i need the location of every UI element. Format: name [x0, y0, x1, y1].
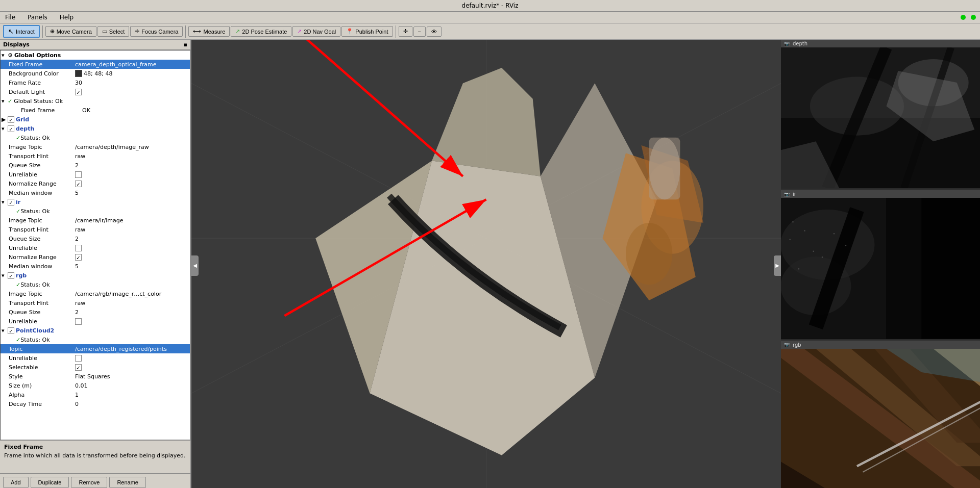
- ir-median-row[interactable]: Median window 5: [1, 262, 190, 271]
- ir-arrow[interactable]: ▾: [2, 199, 8, 206]
- viewport[interactable]: ◀: [191, 40, 781, 488]
- fixed-frame-row[interactable]: Fixed Frame camera_depth_optical_frame: [1, 60, 190, 69]
- interact-icon: ↖: [8, 28, 14, 35]
- rgb-cam-label: rgb: [793, 342, 801, 348]
- viewport-toggle[interactable]: ◀: [191, 255, 199, 276]
- bg-color-row[interactable]: Background Color 48; 48; 48: [1, 69, 190, 78]
- rename-button[interactable]: Rename: [109, 477, 146, 488]
- interact-button[interactable]: ↖ Interact: [3, 25, 40, 38]
- pose-estimate-label: 2D Pose Estimate: [242, 29, 287, 35]
- default-light-row[interactable]: Default Light: [1, 87, 190, 96]
- frame-rate-row[interactable]: Frame Rate 30: [1, 78, 190, 87]
- ir-row[interactable]: ▾ ir: [1, 197, 190, 207]
- move-camera-button[interactable]: ⊕ Move Camera: [45, 26, 96, 37]
- displays-collapse-icon[interactable]: ▪: [184, 41, 187, 48]
- ir-camera-image[interactable]: [781, 198, 980, 339]
- ir-queue-size-row[interactable]: Queue Size 2: [1, 234, 190, 243]
- select-label: Select: [109, 29, 125, 35]
- annotation-text: Frame into which all data is transformed…: [4, 452, 186, 459]
- ir-unreliable-row[interactable]: Unreliable: [1, 243, 190, 252]
- pc2-status-row: ✓ Status: Ok: [1, 335, 190, 344]
- pc2-style-row[interactable]: Style Flat Squares: [1, 372, 190, 381]
- rgb-camera-image[interactable]: [781, 349, 980, 488]
- rgb-queue-size-row[interactable]: Queue Size 2: [1, 307, 190, 317]
- ir-check[interactable]: [8, 199, 14, 206]
- rgb-unreliable-check[interactable]: [75, 318, 82, 325]
- pc2-topic-row[interactable]: Topic /camera/depth_registered/points: [1, 344, 190, 353]
- publish-point-label: Publish Point: [355, 29, 388, 35]
- remove-button[interactable]: Remove: [71, 477, 107, 488]
- depth-camera-image[interactable]: [781, 47, 980, 188]
- ir-normalize-row[interactable]: Normalize Range: [1, 252, 190, 262]
- ir-label: ir: [16, 199, 20, 206]
- rgb-camera-view: 📷 rgb: [781, 341, 980, 488]
- pointcloud2-check[interactable]: [8, 327, 14, 334]
- ir-cam-label: ir: [793, 191, 796, 197]
- publish-point-button[interactable]: 📍 Publish Point: [341, 26, 393, 37]
- pointcloud2-row[interactable]: ▾ PointCloud2: [1, 326, 190, 335]
- pc2-selectable-check[interactable]: [75, 364, 82, 371]
- ir-normalize-check[interactable]: [75, 254, 82, 261]
- grid-row[interactable]: ▶ Grid: [1, 115, 190, 124]
- focus-camera-button[interactable]: ✛ Focus Camera: [130, 26, 183, 37]
- displays-scroll[interactable]: ▾ ⚙ Global Options Fixed Frame camera_de…: [0, 50, 190, 440]
- menu-panels[interactable]: Panels: [24, 13, 51, 22]
- add-button[interactable]: Add: [3, 477, 29, 488]
- rgb-image-topic-row[interactable]: Image Topic /camera/rgb/image_r…ct_color: [1, 289, 190, 298]
- depth-check[interactable]: [8, 125, 14, 132]
- depth-unreliable-row[interactable]: Unreliable: [1, 170, 190, 179]
- pc2-unreliable-check[interactable]: [75, 355, 82, 362]
- move2-button[interactable]: ✛: [399, 26, 412, 37]
- depth-row[interactable]: ▾ depth: [1, 124, 190, 133]
- svg-rect-41: [790, 239, 791, 240]
- rgb-arrow[interactable]: ▾: [2, 272, 8, 279]
- ir-transport-hint-row[interactable]: Transport Hint raw: [1, 225, 190, 234]
- pc2-unreliable-row[interactable]: Unreliable: [1, 353, 190, 363]
- depth-normalize-row[interactable]: Normalize Range: [1, 179, 190, 188]
- minus-button[interactable]: −: [413, 27, 426, 37]
- right-toggle[interactable]: ▶: [774, 255, 781, 276]
- depth-image-topic-row[interactable]: Image Topic /camera/depth/image_raw: [1, 142, 190, 151]
- global-status-row[interactable]: ▾ ✓ Global Status: Ok: [1, 96, 190, 106]
- duplicate-button[interactable]: Duplicate: [31, 477, 69, 488]
- pc2-size-row[interactable]: Size (m) 0.01: [1, 381, 190, 390]
- rgb-unreliable-row[interactable]: Unreliable: [1, 317, 190, 326]
- default-light-check[interactable]: [75, 89, 82, 95]
- 3d-scene[interactable]: x y z: [191, 40, 781, 488]
- nav-goal-button[interactable]: ↗ 2D Nav Goal: [292, 26, 340, 37]
- pc2-decay-row[interactable]: Decay Time 0: [1, 399, 190, 408]
- depth-arrow[interactable]: ▾: [2, 125, 8, 132]
- pc2-alpha-value: 1: [75, 392, 79, 398]
- svg-rect-39: [792, 221, 793, 222]
- depth-transport-hint-row[interactable]: Transport Hint raw: [1, 151, 190, 161]
- select-button[interactable]: ▭ Select: [97, 26, 130, 37]
- global-status-arrow[interactable]: ▾: [2, 98, 8, 105]
- pose-estimate-button[interactable]: ↗ 2D Pose Estimate: [231, 26, 291, 37]
- grid-check[interactable]: [8, 116, 14, 123]
- rgb-row[interactable]: ▾ rgb: [1, 271, 190, 280]
- pc2-alpha-row[interactable]: Alpha 1: [1, 390, 190, 399]
- pointcloud2-arrow[interactable]: ▾: [2, 327, 8, 334]
- svg-point-11: [626, 223, 672, 285]
- depth-unreliable-check[interactable]: [75, 171, 82, 178]
- fixed-frame-value: camera_depth_optical_frame: [75, 61, 157, 68]
- menu-file[interactable]: File: [2, 13, 18, 22]
- pc2-selectable-row[interactable]: Selectable: [1, 363, 190, 372]
- pc2-style-prop: Style: [9, 373, 75, 380]
- rgb-camera-header: 📷 rgb: [781, 341, 980, 349]
- depth-queue-size-row[interactable]: Queue Size 2: [1, 161, 190, 170]
- measure-button[interactable]: ⟷ Measure: [188, 26, 230, 37]
- menu-help[interactable]: Help: [57, 13, 77, 22]
- rgb-check[interactable]: [8, 272, 14, 279]
- global-options-arrow[interactable]: ▾: [2, 52, 8, 59]
- eye-button[interactable]: 👁: [427, 27, 442, 37]
- depth-median-row[interactable]: Median window 5: [1, 188, 190, 197]
- grid-arrow[interactable]: ▶: [2, 116, 8, 123]
- rgb-transport-hint-row[interactable]: Transport Hint raw: [1, 298, 190, 307]
- focus-camera-icon: ✛: [135, 28, 139, 35]
- ir-unreliable-check[interactable]: [75, 245, 82, 251]
- global-options-row[interactable]: ▾ ⚙ Global Options: [1, 50, 190, 60]
- ir-image-topic-row[interactable]: Image Topic /camera/ir/image: [1, 216, 190, 225]
- depth-median-prop: Median window: [9, 190, 75, 196]
- depth-normalize-check[interactable]: [75, 181, 82, 187]
